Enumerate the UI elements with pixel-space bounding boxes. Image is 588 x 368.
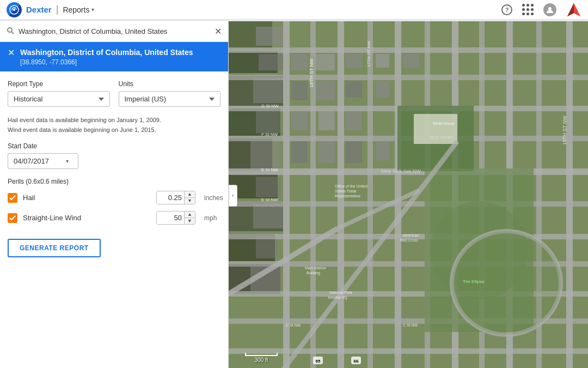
perils-label: Perils (0.6x0.6 miles) xyxy=(8,178,220,185)
hail-unit: inches xyxy=(204,194,220,202)
hail-value-control: ▲ ▼ xyxy=(156,191,195,204)
svg-text:17TH ST NW: 17TH ST NW xyxy=(366,41,371,67)
wind-value-input[interactable] xyxy=(157,212,184,224)
hail-checkbox[interactable] xyxy=(8,193,17,203)
wind-increment-button[interactable]: ▲ xyxy=(185,212,195,218)
hail-value-input[interactable] xyxy=(157,191,184,204)
wind-unit: mph xyxy=(204,214,220,222)
units-group: Units Imperial (US) Metric xyxy=(119,80,221,107)
brand-triangle-logo[interactable] xyxy=(566,2,581,17)
svg-rect-74 xyxy=(229,21,588,368)
svg-point-1 xyxy=(13,9,15,11)
map-background[interactable]: 18TH ST NW 17TH ST NW 15TH ST NW G St NW… xyxy=(229,21,588,368)
top-navigation: Dexter | Reports ▾ ? xyxy=(0,0,588,20)
search-bar: ✕ xyxy=(0,21,228,42)
report-type-select[interactable]: Historical Forecast xyxy=(8,91,110,107)
nav-separator: | xyxy=(56,4,59,15)
svg-text:Rose Garden: Rose Garden xyxy=(430,135,453,139)
date-dropdown-icon: ▾ xyxy=(66,158,69,164)
svg-text:National Park: National Park xyxy=(329,291,353,294)
help-icon[interactable]: ? xyxy=(501,4,512,15)
wind-checkbox[interactable] xyxy=(8,213,17,223)
perils-section: Perils (0.6x0.6 miles) Hail ▲ ▼ inche xyxy=(8,178,220,225)
location-search-input[interactable] xyxy=(19,27,210,35)
search-clear-button[interactable]: ✕ xyxy=(215,27,222,36)
hail-peril-name: Hail xyxy=(23,194,151,202)
map-area: ‹ xyxy=(229,21,588,368)
hail-peril-row: Hail ▲ ▼ inches xyxy=(8,191,220,204)
location-close-button[interactable]: ✕ xyxy=(8,49,15,57)
units-label: Units xyxy=(119,80,221,88)
panel-collapse-button[interactable]: ‹ xyxy=(229,185,237,207)
nav-title-text: Reports xyxy=(63,5,89,14)
svg-marker-4 xyxy=(574,3,580,16)
hail-spinner: ▲ ▼ xyxy=(184,191,195,204)
nav-right: ? xyxy=(501,2,581,17)
wind-value-control: ▲ ▼ xyxy=(156,211,195,225)
start-date-group: Start Date ▾ xyxy=(8,142,220,169)
svg-text:E St NW: E St NW xyxy=(261,197,278,202)
svg-text:Main Interior: Main Interior xyxy=(305,266,327,270)
svg-text:15TH ST NW: 15TH ST NW xyxy=(562,116,567,145)
wind-peril-name: Straight-Line Wind xyxy=(23,214,151,222)
hail-decrement-button[interactable]: ▼ xyxy=(185,198,195,204)
start-date-input[interactable] xyxy=(14,157,63,165)
svg-text:95: 95 xyxy=(316,359,321,364)
report-type-group: Report Type Historical Forecast xyxy=(8,80,110,107)
main-container: ✕ ✕ Washington, District of Columbia, Un… xyxy=(0,21,588,368)
svg-text:Red Cross: Red Cross xyxy=(400,238,419,242)
search-icon xyxy=(7,27,14,36)
wind-peril-row: Straight-Line Wind ▲ ▼ mph xyxy=(8,211,220,225)
apps-grid-icon[interactable] xyxy=(522,4,534,15)
svg-text:E St NW: E St NW xyxy=(261,167,278,172)
svg-line-7 xyxy=(12,32,14,34)
svg-text:Representative: Representative xyxy=(335,194,360,198)
wind-decrement-button[interactable]: ▼ xyxy=(185,218,195,224)
svg-text:American: American xyxy=(403,233,419,237)
left-panel: ✕ ✕ Washington, District of Columbia, Un… xyxy=(0,21,229,368)
date-input-wrapper[interactable]: ▾ xyxy=(8,153,78,169)
svg-text:New York Ave NW: New York Ave NW xyxy=(381,168,421,174)
svg-text:C St NW: C St NW xyxy=(403,323,418,327)
svg-text:66: 66 xyxy=(354,359,359,364)
units-select[interactable]: Imperial (US) Metric xyxy=(119,91,221,107)
account-avatar-icon[interactable] xyxy=(543,3,556,16)
svg-text:Office of the United: Office of the United xyxy=(335,184,367,188)
hail-increment-button[interactable]: ▲ xyxy=(185,191,195,198)
report-type-units-row: Report Type Historical Forecast Units Im… xyxy=(8,80,220,107)
hail-info-text: Hail event data is available beginning o… xyxy=(8,116,220,135)
app-logo xyxy=(7,2,22,17)
svg-text:Building: Building xyxy=(307,271,320,275)
svg-text:States Trade: States Trade xyxy=(335,189,357,193)
svg-text:The Ellipse: The Ellipse xyxy=(463,279,485,284)
svg-marker-5 xyxy=(567,3,574,16)
nav-title-dropdown[interactable]: Reports ▾ xyxy=(63,5,94,14)
nav-left: Dexter | Reports ▾ xyxy=(7,2,94,17)
report-type-label: Report Type xyxy=(8,80,110,88)
svg-text:White House: White House xyxy=(433,122,455,125)
svg-text:Service HQ: Service HQ xyxy=(328,295,347,300)
wind-spinner: ▲ ▼ xyxy=(184,212,195,224)
location-coords: [38.8950, -77.0366] xyxy=(20,58,220,66)
svg-text:F St NW: F St NW xyxy=(261,132,278,137)
location-header: ✕ Washington, District of Columbia, Unit… xyxy=(0,42,228,71)
start-date-label: Start Date xyxy=(8,142,220,150)
location-name: Washington, District of Columbia, United… xyxy=(20,47,220,57)
map-scale: 300 ft xyxy=(245,353,278,363)
scale-bar xyxy=(245,353,278,356)
scale-label: 300 ft xyxy=(254,357,268,363)
location-info: Washington, District of Columbia, United… xyxy=(20,47,220,66)
svg-text:18TH ST NW: 18TH ST NW xyxy=(309,58,314,88)
map-svg: 18TH ST NW 17TH ST NW 15TH ST NW G St NW… xyxy=(229,21,588,368)
svg-point-6 xyxy=(8,28,12,32)
nav-title-chevron: ▾ xyxy=(91,7,94,13)
form-area: Report Type Historical Forecast Units Im… xyxy=(0,71,228,266)
generate-report-button[interactable]: GENERATE REPORT xyxy=(8,239,101,257)
svg-text:G St NW: G St NW xyxy=(261,104,279,108)
svg-text:C St NW: C St NW xyxy=(286,323,301,327)
brand-name: Dexter xyxy=(26,5,52,14)
